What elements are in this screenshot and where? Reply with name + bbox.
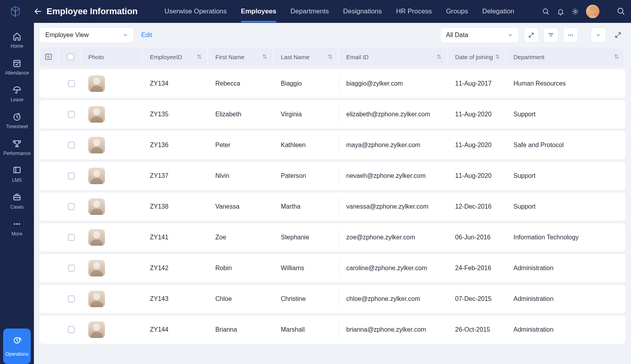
app-logo bbox=[6, 6, 25, 17]
row-doj: 11-Aug-2020 bbox=[450, 172, 506, 179]
sidebar-item-leave[interactable]: Leave bbox=[3, 82, 31, 106]
col-photo[interactable]: Photo bbox=[84, 47, 143, 66]
tab-userwise-operations[interactable]: Userwise Operations bbox=[157, 0, 234, 22]
sort-icon[interactable]: ⇅ bbox=[197, 53, 202, 60]
book-icon bbox=[12, 166, 22, 175]
edit-link[interactable]: Edit bbox=[141, 32, 152, 39]
sidebar-item-cases[interactable]: Cases bbox=[3, 189, 31, 213]
sidebar-item-operations[interactable]: Operations bbox=[3, 329, 31, 364]
row-department: Safe and Protocol bbox=[509, 142, 625, 149]
row-checkbox[interactable] bbox=[68, 142, 75, 149]
sidebar-item-lms[interactable]: LMS bbox=[3, 162, 31, 186]
table-row[interactable]: ZY144BriannaMarshallbrianna@zphone.zylke… bbox=[39, 315, 625, 344]
row-checkbox[interactable] bbox=[68, 265, 75, 272]
employee-avatar bbox=[88, 229, 105, 246]
tab-designations[interactable]: Designations bbox=[336, 0, 389, 22]
notifications-button[interactable] bbox=[557, 8, 564, 15]
row-lastname: Paterson bbox=[276, 167, 339, 184]
table-row[interactable]: ZY134RebeccaBiaggiobiaggio@zylker.com11-… bbox=[39, 69, 625, 98]
page-title: Employee Information bbox=[47, 6, 138, 17]
col-email[interactable]: Email ID⇅ bbox=[342, 47, 448, 66]
col-doj[interactable]: Date of joining⇅ bbox=[450, 47, 506, 66]
table-row[interactable]: ZY142RobinWilliamscaroline@zphone.zylker… bbox=[39, 254, 625, 282]
row-settings-header[interactable] bbox=[39, 47, 59, 66]
table-row[interactable]: ZY135ElizabethVirginiaelizabeth@zphone.z… bbox=[39, 100, 625, 129]
employee-avatar bbox=[88, 260, 105, 276]
search-button[interactable] bbox=[542, 8, 550, 15]
select-all-header[interactable] bbox=[62, 47, 81, 66]
row-checkbox[interactable] bbox=[68, 80, 75, 87]
back-button[interactable] bbox=[29, 7, 47, 16]
col-employeeid[interactable]: EmployeeID⇅ bbox=[145, 47, 208, 66]
expand-icon bbox=[528, 32, 534, 38]
svg-point-13 bbox=[570, 35, 571, 36]
col-firstname[interactable]: First Name⇅ bbox=[211, 47, 274, 66]
dots-horizontal-icon bbox=[568, 32, 574, 38]
sort-icon[interactable]: ⇅ bbox=[437, 53, 442, 60]
table-row[interactable]: ZY136PeterKathleenmaya@zphone.zylker.com… bbox=[39, 131, 625, 159]
col-firstname-label: First Name bbox=[215, 54, 244, 60]
row-doj: 11-Aug-2017 bbox=[450, 80, 506, 87]
briefcase-icon bbox=[12, 192, 22, 202]
table-row[interactable]: ZY137NivinPatersonnevaeh@zphone.zylker.c… bbox=[39, 162, 625, 190]
row-firstname: Vanessa bbox=[211, 203, 274, 210]
filter-button[interactable] bbox=[543, 28, 558, 43]
row-department: Human Resources bbox=[509, 80, 625, 87]
sort-icon[interactable]: ⇅ bbox=[262, 53, 267, 60]
umbrella-icon bbox=[12, 85, 22, 95]
row-lastname: Martha bbox=[276, 198, 339, 215]
col-doj-label: Date of joining bbox=[455, 54, 493, 60]
tab-departments[interactable]: Departments bbox=[284, 0, 336, 22]
fullscreen-button[interactable] bbox=[610, 28, 625, 43]
sidebar-item-attendance[interactable]: Attendance bbox=[3, 55, 31, 79]
main-content: Employee View Edit All Data bbox=[34, 23, 631, 364]
settings-button[interactable] bbox=[571, 8, 579, 15]
more-actions-button[interactable] bbox=[563, 28, 578, 43]
tab-hr-process[interactable]: HR Process bbox=[389, 0, 439, 22]
sidebar-item-more[interactable]: More bbox=[3, 216, 31, 240]
sort-icon[interactable]: ⇅ bbox=[495, 53, 500, 60]
row-checkbox[interactable] bbox=[68, 203, 75, 210]
row-lastname: Williams bbox=[276, 259, 339, 276]
svg-point-16 bbox=[48, 56, 50, 58]
row-employeeid: ZY144 bbox=[145, 326, 208, 333]
view-selector[interactable]: Employee View bbox=[39, 27, 134, 43]
tab-employees[interactable]: Employees bbox=[234, 0, 284, 22]
select-all-checkbox[interactable] bbox=[67, 53, 74, 60]
table-header: Photo EmployeeID⇅ First Name⇅ Last Name⇅… bbox=[39, 47, 625, 66]
expand-button[interactable] bbox=[524, 28, 539, 43]
chevron-down-icon bbox=[123, 32, 128, 38]
table-row[interactable]: ZY143ChloeChristinechloe@zphone.zylker.c… bbox=[39, 285, 625, 313]
table-row[interactable]: ZY138VanessaMarthavanessa@zphone.zylker.… bbox=[39, 192, 625, 221]
row-checkbox[interactable] bbox=[68, 111, 75, 118]
collapse-dropdown-button[interactable] bbox=[591, 28, 606, 43]
row-doj: 07-Dec-2015 bbox=[450, 295, 506, 302]
col-lastname-label: Last Name bbox=[281, 54, 310, 60]
row-checkbox[interactable] bbox=[68, 326, 75, 333]
employee-avatar bbox=[88, 198, 105, 215]
row-checkbox-cell bbox=[62, 265, 81, 272]
row-checkbox[interactable] bbox=[68, 172, 75, 179]
sort-icon[interactable]: ⇅ bbox=[328, 53, 333, 60]
table: Photo EmployeeID⇅ First Name⇅ Last Name⇅… bbox=[39, 47, 625, 344]
sidebar-item-home[interactable]: Home bbox=[3, 28, 31, 52]
sidebar-item-timesheet[interactable]: Timesheet bbox=[3, 109, 31, 133]
row-doj: 06-Jun-2016 bbox=[450, 234, 506, 241]
sidebar-item-performance[interactable]: Performance bbox=[3, 136, 31, 159]
table-row[interactable]: ZY141ZoeStephaniezoe@zphone.zylker.com06… bbox=[39, 223, 625, 252]
row-firstname: Zoe bbox=[211, 234, 274, 241]
search-icon bbox=[542, 8, 550, 15]
profile-avatar[interactable] bbox=[586, 5, 599, 18]
row-photo-cell bbox=[84, 260, 143, 276]
global-search-button[interactable] bbox=[617, 7, 625, 16]
col-lastname[interactable]: Last Name⇅ bbox=[276, 47, 339, 66]
data-filter[interactable]: All Data bbox=[440, 27, 519, 43]
col-department[interactable]: Department⇅ bbox=[509, 47, 625, 66]
row-department: Administration bbox=[509, 295, 625, 302]
row-checkbox[interactable] bbox=[68, 234, 75, 241]
row-lastname: Kathleen bbox=[276, 136, 339, 153]
row-checkbox[interactable] bbox=[68, 295, 75, 302]
tab-delegation[interactable]: Delegation bbox=[475, 0, 521, 22]
tab-groups[interactable]: Groups bbox=[439, 0, 475, 22]
sort-icon[interactable]: ⇅ bbox=[614, 53, 619, 60]
